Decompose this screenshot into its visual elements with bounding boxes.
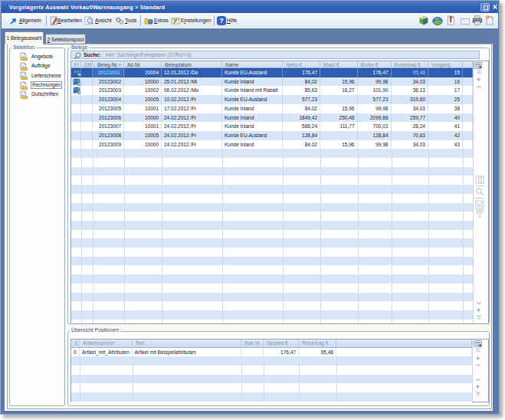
svg-text:?: ? <box>219 17 224 25</box>
